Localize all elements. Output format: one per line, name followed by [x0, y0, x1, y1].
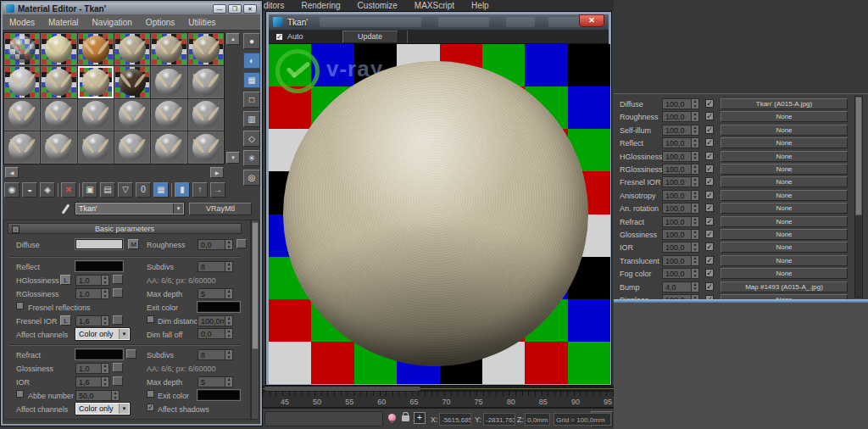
abbe-number-spinner[interactable]: 50,0▲▼ [75, 390, 120, 401]
map-amount-spinner[interactable]: 100,0▲▼ [662, 190, 699, 201]
hglossiness-map-slot[interactable] [113, 275, 123, 284]
close-icon[interactable]: ✕ [243, 4, 257, 14]
reset-map-icon[interactable]: ✕ [61, 182, 76, 198]
ior-spinner[interactable]: 1,6▲▼ [75, 376, 109, 387]
map-enable-checkbox[interactable]: ✓ [705, 191, 714, 199]
map-enable-checkbox[interactable]: ✓ [705, 99, 714, 108]
map-button[interactable]: Tkan' (A015-A.jpg) [721, 98, 848, 109]
map-button[interactable]: None [721, 137, 848, 148]
params-scrollbar[interactable] [251, 220, 259, 420]
editor-menu-item-material[interactable]: Material [48, 18, 79, 27]
material-sample-slot[interactable] [41, 99, 76, 131]
map-button[interactable]: None [721, 216, 848, 227]
reflect-max-depth-spinner[interactable]: 5▲▼ [198, 288, 233, 299]
material-sample-slot[interactable] [188, 99, 224, 131]
map-amount-spinner[interactable]: 100,0▲▼ [662, 98, 699, 109]
material-sample-slot[interactable] [151, 66, 186, 98]
material-sample-slot[interactable] [78, 33, 114, 65]
z-coordinate-field[interactable]: 0,0mm [525, 413, 550, 426]
main-menu-item-maxscript[interactable]: MAXScript [415, 1, 454, 10]
material-sample-slot[interactable] [4, 33, 40, 65]
selection-lock-icon[interactable] [402, 415, 409, 421]
map-button[interactable]: None [721, 255, 848, 266]
timeline-ruler[interactable]: 4550556065707580859095 [263, 392, 614, 408]
map-enable-checkbox[interactable]: ✓ [705, 177, 714, 186]
rglossiness-spinner[interactable]: 1,0▲▼ [75, 288, 109, 299]
material-sample-slot[interactable] [78, 131, 114, 164]
material-sample-slot[interactable] [188, 131, 224, 164]
go-forward-to-sibling-icon[interactable]: → [210, 182, 225, 198]
slots-scroll-down-icon[interactable]: ▼ [226, 152, 240, 164]
show-shaded-material-icon[interactable]: ▦ [153, 182, 169, 198]
reflect-subdivs-spinner[interactable]: 8▲▼ [198, 261, 233, 272]
editor-menu-item-options[interactable]: Options [146, 18, 175, 27]
map-enable-checkbox[interactable]: ✓ [705, 164, 714, 173]
key-light-icon[interactable] [388, 414, 396, 423]
material-sample-slot[interactable] [41, 131, 76, 164]
material-sample-slot[interactable] [78, 99, 114, 131]
map-enable-checkbox[interactable]: ✓ [705, 152, 714, 160]
minimize-icon[interactable]: — [213, 4, 226, 14]
map-amount-spinner[interactable]: 100,0▲▼ [662, 229, 699, 240]
material-sample-slot[interactable] [151, 131, 186, 164]
material-sample-slot[interactable] [188, 33, 224, 65]
abbe-number-checkbox[interactable] [16, 390, 24, 398]
get-material-icon[interactable]: ◉ [4, 182, 19, 198]
refract-color-swatch[interactable] [75, 349, 123, 359]
map-amount-spinner[interactable]: 100,0▲▼ [662, 268, 699, 279]
roughness-map-slot[interactable] [236, 239, 247, 248]
map-amount-spinner[interactable]: 100,0▲▼ [662, 164, 699, 175]
diffuse-color-swatch[interactable] [75, 239, 123, 249]
make-unique-icon[interactable]: ▤ [100, 182, 115, 198]
dim-fall-off-spinner[interactable]: 0,0▲▼ [198, 328, 233, 339]
reflect-exit-color-swatch[interactable] [198, 302, 240, 312]
map-button[interactable]: None [721, 268, 848, 279]
map-amount-spinner[interactable]: 100,0▲▼ [662, 203, 699, 214]
pick-material-eyedropper-icon[interactable] [62, 203, 72, 215]
auto-update-checkbox[interactable]: ✓ [275, 33, 283, 41]
editor-menu-item-navigation[interactable]: Navigation [92, 18, 132, 27]
editor-menu-item-utilities[interactable]: Utilities [188, 18, 215, 27]
ior-map-slot[interactable] [113, 376, 123, 386]
map-amount-spinner[interactable]: 100,0▲▼ [662, 137, 699, 148]
affect-shadows-checkbox[interactable]: ✓ [147, 404, 154, 411]
material-type-button[interactable]: VRayMtl [189, 203, 252, 215]
map-enable-checkbox[interactable]: ✓ [705, 256, 714, 265]
map-button[interactable]: None [721, 151, 848, 162]
map-amount-spinner[interactable]: 100,0▲▼ [662, 242, 699, 253]
close-icon[interactable]: ✕ [579, 14, 604, 27]
x-coordinate-field[interactable]: -5615,685 [439, 413, 471, 426]
rollout-header[interactable]: - Basic parameters [8, 223, 242, 234]
material-sample-slot[interactable] [114, 33, 150, 65]
map-amount-spinner[interactable]: 100,0▲▼ [662, 151, 699, 162]
map-button[interactable]: None [721, 176, 848, 187]
map-enable-checkbox[interactable]: ✓ [705, 138, 714, 147]
map-enable-checkbox[interactable]: ✓ [705, 282, 714, 291]
sample-uv-tiling-icon[interactable]: □ [243, 92, 260, 108]
map-amount-spinner[interactable]: 100,0▲▼ [662, 255, 699, 266]
refract-glossiness-map-slot[interactable] [113, 363, 123, 372]
map-enable-checkbox[interactable]: ✓ [705, 125, 714, 134]
put-to-library-icon[interactable]: ▽ [118, 182, 133, 198]
main-menu-item-rendering[interactable]: Rendering [301, 1, 340, 10]
material-sample-slot[interactable] [41, 66, 76, 98]
time-slider[interactable] [264, 387, 420, 391]
dim-distance-spinner[interactable]: 100,0mm▲▼ [198, 315, 233, 326]
maximize-icon[interactable]: ❒ [228, 4, 242, 14]
material-id-channel-icon[interactable]: 0 [136, 182, 151, 198]
map-button[interactable]: None [721, 229, 848, 240]
map-amount-spinner[interactable]: 100,0▲▼ [662, 216, 699, 227]
map-button[interactable]: None [721, 164, 848, 175]
material-sample-slot[interactable] [114, 66, 150, 98]
maps-scrollbar-thumb[interactable] [855, 97, 862, 215]
reflect-affect-channels-dropdown[interactable]: Color only▼ [75, 328, 130, 340]
map-button[interactable]: None [721, 190, 848, 201]
collapse-icon[interactable]: - [12, 226, 19, 233]
make-material-copy-icon[interactable]: ▣ [82, 182, 97, 198]
map-enable-checkbox[interactable]: ✓ [705, 112, 714, 120]
refract-max-depth-spinner[interactable]: 5▲▼ [198, 376, 233, 387]
material-sample-slot[interactable] [151, 99, 186, 131]
material-sample-slot[interactable] [4, 99, 40, 131]
rglossiness-map-slot[interactable] [113, 288, 123, 298]
map-button[interactable]: None [721, 111, 848, 122]
